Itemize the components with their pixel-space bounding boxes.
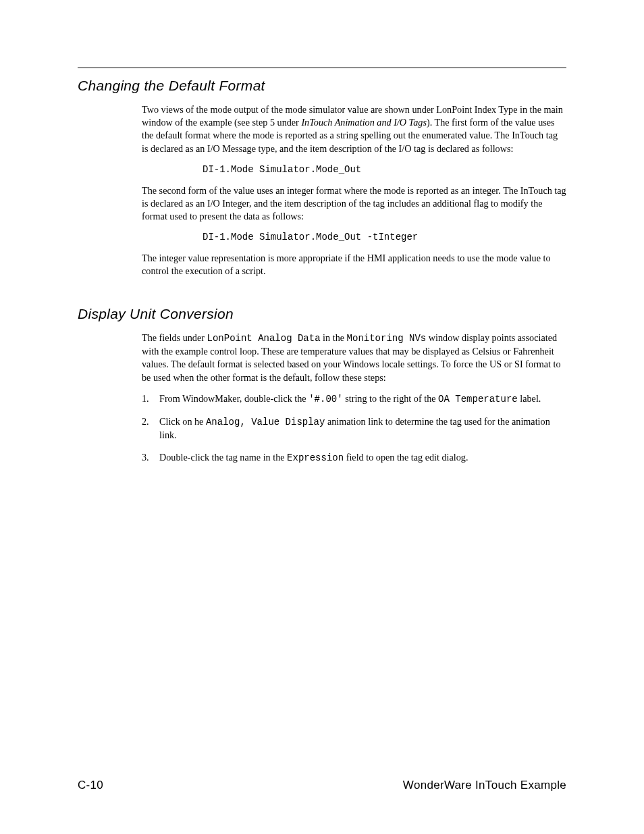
italic-text: InTouch Animation and I/O Tags [301,117,427,128]
code-block-1: DI-1.Mode Simulator.Mode_Out [203,163,566,176]
step-text: Double-click the tag name in the Express… [159,451,566,465]
code-block-2: DI-1.Mode Simulator.Mode_Out -tInteger [203,231,566,244]
mono-text: Monitoring NVs [347,333,427,344]
section1-para3: The integer value representation is more… [142,252,566,278]
section2-para1: The fields under LonPoint Analog Data in… [142,332,566,384]
step-text: From WindowMaker, double-click the '#.00… [159,392,566,406]
step-text: Click on he Analog, Value Display animat… [159,415,566,442]
section1-body: Two views of the mode output of the mode… [142,103,566,278]
section1-para2: The second form of the value uses an int… [142,184,566,224]
step-number: 1. [142,392,159,406]
text: From WindowMaker, double-click the [159,393,308,404]
section1-para1: Two views of the mode output of the mode… [142,103,566,155]
heading-changing-default-format: Changing the Default Format [78,78,566,94]
text: field to open the tag edit dialog. [344,452,468,463]
text: The fields under [142,332,207,343]
top-rule [78,68,566,68]
text: in the [321,332,347,343]
mono-text: Analog, Value Display [206,417,325,427]
step-item: 3. Double-click the tag name in the Expr… [142,451,566,465]
footer-page-number: C-10 [78,779,103,792]
text: label. [518,393,541,404]
mono-text: Expression [287,452,344,463]
footer-title: WonderWare InTouch Example [403,779,566,792]
text: Click on he [159,416,206,427]
steps-list: 1. From WindowMaker, double-click the '#… [142,392,566,465]
page-footer: C-10 WonderWare InTouch Example [78,779,566,792]
mono-text: OA Temperature [438,394,518,405]
text: Double-click the tag name in the [159,452,287,463]
step-item: 2. Click on he Analog, Value Display ani… [142,415,566,442]
step-number: 3. [142,451,159,465]
text: string to the right of the [343,393,438,404]
step-number: 2. [142,415,159,442]
section2-body: The fields under LonPoint Analog Data in… [142,332,566,464]
mono-text: LonPoint Analog Data [207,333,321,344]
heading-display-unit-conversion: Display Unit Conversion [78,306,566,322]
step-item: 1. From WindowMaker, double-click the '#… [142,392,566,406]
mono-text: '#.00' [308,394,342,405]
